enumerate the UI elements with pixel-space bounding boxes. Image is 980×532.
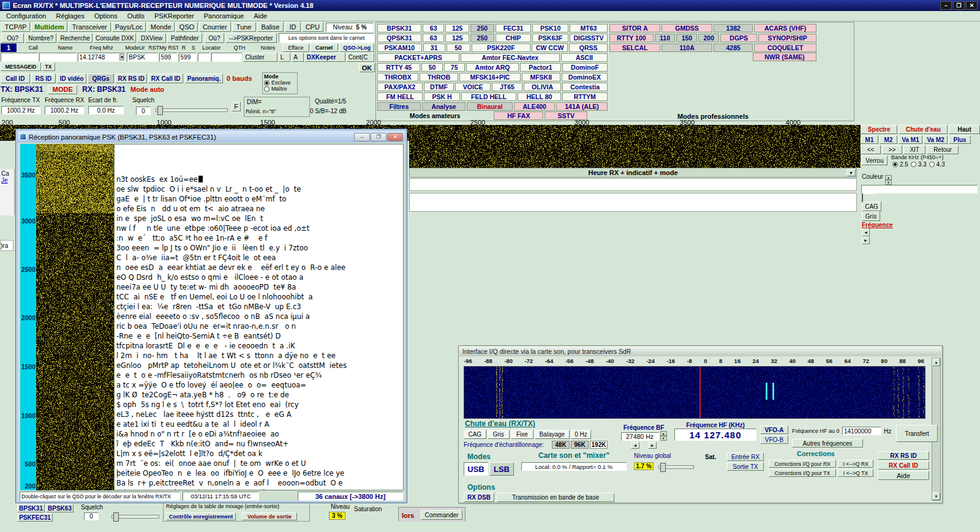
entree-rx-button[interactable]: Entrée RX	[727, 452, 764, 461]
mode-63[interactable]: 63	[423, 24, 444, 32]
decoded-text-line[interactable]: e e t o e -mfFlesaiiyoRatstmtcnerh os nb…	[116, 370, 401, 380]
mode-125[interactable]: 125	[445, 24, 469, 32]
mode-jt65[interactable]: JT65	[492, 83, 522, 91]
menu-item[interactable]: Configuration	[1, 12, 51, 20]
left-arrow-icon[interactable]: ◄	[862, 228, 870, 236]
pskreporter-button[interactable]: -->PSKReporter	[225, 33, 277, 43]
mode-cw-ccw[interactable]: CW CCW	[532, 43, 568, 52]
f-button[interactable]: F	[232, 102, 241, 111]
aide-button[interactable]: Aide	[878, 471, 929, 480]
toolbar-button[interactable]: Multidem	[31, 22, 67, 32]
mode-contestia[interactable]: Contestia	[562, 83, 608, 91]
toolbar-button[interactable]: Monde	[147, 22, 175, 32]
id-button[interactable]: Call ID	[1, 73, 30, 83]
sortie-tx-button[interactable]: Sortie TX	[727, 462, 764, 471]
sdr-titlebar[interactable]: Interface I/Q directe via la carte son, …	[459, 347, 941, 356]
menu-item[interactable]: Panoramique	[199, 12, 249, 20]
panel-tab[interactable]: Haut	[949, 125, 980, 134]
dx-button[interactable]: Nombre?	[25, 33, 56, 43]
decoded-text-line[interactable]: 3oo eeen = lp J ts o OWn" Jio e ii lèen …	[116, 243, 401, 253]
log-input-cell[interactable]: L	[279, 53, 290, 62]
cag-button[interactable]: CAG	[862, 201, 881, 211]
mode-gmdss[interactable]: GMDSS	[662, 24, 712, 32]
decoded-text-line[interactable]: eO Q Dsrd h_ k/o estso o qmi e ilCloee -…	[116, 272, 401, 282]
mode-coquelet[interactable]: COQUELET	[754, 43, 816, 52]
fragment-je[interactable]: Je	[1, 177, 13, 184]
mode-throbx[interactable]: THROBX	[377, 73, 418, 81]
mode-packet-aprs[interactable]: PACKET+APRS	[377, 53, 459, 62]
vfo-b-button[interactable]: VFO-B	[760, 435, 788, 444]
panoramique-button[interactable]: Panoramiq.	[185, 73, 223, 83]
decoded-text-line[interactable]: t | Jee em tc sdot t r loumSo nReeAeOxic…	[116, 488, 401, 490]
mode-dominoex[interactable]: DominoEX	[562, 73, 608, 81]
mode-amtor-fec-navtex[interactable]: Amtor FEC-Navtex	[461, 53, 560, 62]
mode-mt63[interactable]: MT63	[570, 24, 608, 32]
log-header-cell[interactable]: Efface	[282, 43, 309, 52]
log-input-cell[interactable]: 599	[159, 53, 178, 62]
sample-rate-option[interactable]: 96K	[571, 441, 589, 449]
transmission-bande-base-button[interactable]: Transmission en bande de base	[497, 493, 614, 502]
toolbar-button[interactable]: Pays/Loc	[112, 22, 146, 32]
log-header-cell[interactable]: Name	[50, 43, 80, 52]
mode-250[interactable]: 250	[470, 24, 494, 32]
corrections-iq-tx-button[interactable]: Corrections I/Q pour TX	[769, 469, 836, 477]
mode-psk-h[interactable]: PSK H	[424, 92, 459, 101]
decoded-text-line[interactable]: in e spe joSL o esa wo m=l:vC oe lEn t	[116, 214, 401, 223]
sample-rate-option[interactable]: 48K	[552, 441, 570, 449]
couleur-spinner[interactable]: ▲▼	[885, 175, 892, 185]
memory-button[interactable]: M1	[861, 135, 878, 144]
esclave-option[interactable]: Esclave	[264, 80, 296, 86]
mode-rtty-100[interactable]: RTTY 100	[609, 34, 654, 42]
mode-dgps[interactable]: DGPS	[720, 34, 757, 42]
waterfall-strip-right[interactable]	[409, 125, 861, 168]
tab-pskfec31[interactable]: PSKFEC31	[17, 513, 53, 522]
mode-ascii[interactable]: ASCII	[561, 53, 608, 62]
iq-swap-rx-button[interactable]: I <-->Q RX	[838, 460, 873, 468]
decoded-text-line[interactable]: m 7rt ¨e os: ei( onoe aae onuf | te om w…	[116, 459, 401, 468]
decoded-text-line[interactable]: eL3 , neLec lae iteee hýstt d12s ttntc ,…	[116, 410, 401, 419]
ou-button[interactable]: Où?	[205, 33, 224, 43]
log-input-cell[interactable]	[1, 53, 38, 62]
decoded-text-line[interactable]: ctçiei l ea: ¼e r8ren -ttSa et tGo nMBe-…	[116, 302, 401, 312]
close-icon[interactable]: ✕	[387, 133, 403, 141]
log-input-cell[interactable]: BPSK	[127, 53, 157, 62]
mode-nwr-same[interactable]: NWR (SAME)	[753, 53, 816, 61]
mode-dominof[interactable]: DominoF	[562, 63, 608, 72]
toolbar-button[interactable]: ID	[285, 22, 300, 32]
dx-button[interactable]: Où?	[1, 33, 24, 43]
mode-mfsk8[interactable]: MFSK8	[522, 73, 560, 81]
mode-dtmf[interactable]: DTMF	[424, 83, 454, 91]
bande-option[interactable]: 4.3	[929, 161, 945, 168]
toolbar-button[interactable]: Transceiver	[69, 22, 111, 32]
dx-button[interactable]: Consulte DXK	[94, 33, 136, 43]
mode-250[interactable]: 250	[470, 34, 494, 42]
log-header-cell[interactable]: R	[179, 43, 188, 52]
toolbar-button[interactable]: Balise	[257, 22, 284, 32]
iq-swap-tx-button[interactable]: I <-->Q TX	[838, 469, 873, 477]
decoded-text-line[interactable]: o efe Eis n dd u ot em t< aio atraea ne	[116, 204, 401, 214]
menu-item[interactable]: Aide	[249, 12, 272, 20]
mode-110a[interactable]: 110A	[662, 43, 712, 52]
mode-rttym[interactable]: RTTYM	[562, 92, 608, 101]
dx-button[interactable]: Recherche	[58, 33, 92, 43]
freq-bf-spinner[interactable]: ▲▼	[660, 431, 667, 441]
rx-rs-id-button[interactable]: RX RS ID	[878, 451, 929, 460]
mode-digisstv[interactable]: DIGISSTV	[570, 34, 608, 42]
bande-option[interactable]: 3.3	[911, 161, 927, 168]
mode-selcal[interactable]: SELCAL	[609, 43, 660, 52]
qso-list-area[interactable]	[409, 178, 857, 191]
mode-pax-pax2[interactable]: PAX/PAX2	[377, 83, 423, 91]
log-input-cell[interactable]	[198, 53, 209, 62]
tune-left-icon[interactable]: ◄	[631, 442, 639, 449]
nav-button[interactable]: Retour	[927, 145, 959, 154]
mode-psk10[interactable]: PSK10	[532, 24, 568, 32]
bande-option[interactable]: 2.5	[892, 161, 908, 168]
down-icon[interactable]: ▼	[660, 436, 667, 441]
mode-bpsk31[interactable]: BPSK31	[377, 24, 421, 32]
decoded-text-line[interactable]: C l a- o¾e iia=t @5tn er t FÇ4oit le ot …	[116, 253, 401, 263]
log-input-cell[interactable]: Cluster	[243, 53, 277, 62]
decoded-text-line[interactable]: $ oph 5s ng l e s \ totrt f,S*? lot Etet…	[116, 400, 401, 410]
down-icon[interactable]: ▼	[885, 180, 892, 185]
decoded-text-line[interactable]: tCC ai nSE e tf en Uemel, eoi Lo U oe l …	[116, 292, 401, 302]
slider-thumb[interactable]	[113, 512, 119, 522]
